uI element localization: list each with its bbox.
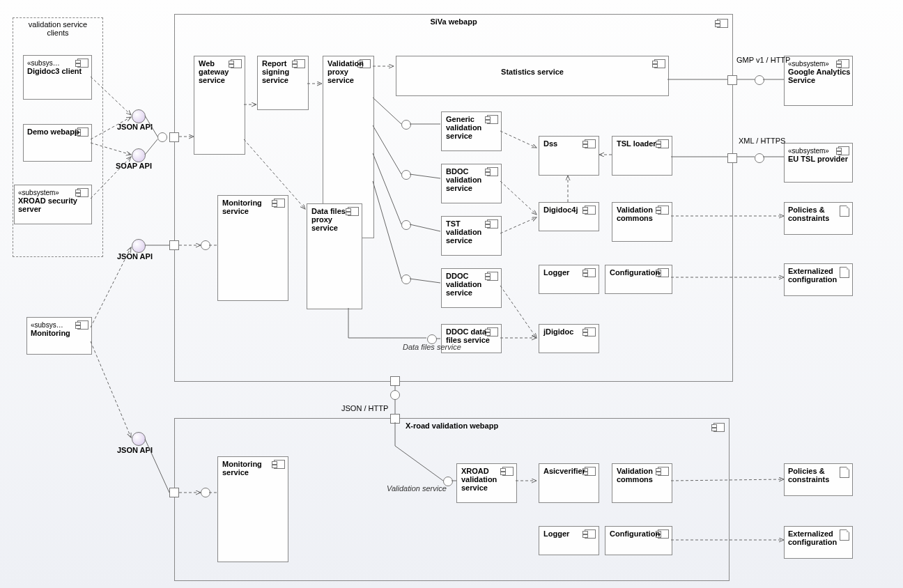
label: BDOC validation service bbox=[446, 167, 488, 192]
label: EU TSL provider bbox=[788, 155, 848, 163]
label: XROAD validation service bbox=[461, 467, 503, 492]
component-icon bbox=[487, 272, 498, 281]
label: Validation commons bbox=[617, 206, 658, 222]
ball-siva-mon bbox=[201, 240, 210, 250]
stereo: «subsystem» bbox=[18, 189, 59, 196]
eu-tsl-provider: «subsystem» EU TSL provider bbox=[784, 143, 853, 183]
component-icon bbox=[585, 327, 596, 336]
xroad-monitoring-service: Monitoring service bbox=[217, 456, 288, 562]
label: Demo webapp bbox=[27, 127, 79, 136]
note-icon bbox=[840, 467, 849, 478]
port-siva-mon bbox=[169, 240, 179, 250]
clients-container-title: validation service clients bbox=[20, 20, 95, 37]
xroad-validation-commons: Validation commons bbox=[612, 463, 672, 503]
json-api-ball-2 bbox=[132, 239, 146, 253]
statistics-service: Statistics service bbox=[396, 56, 669, 96]
label: Policies & constraints bbox=[788, 206, 837, 222]
tst-validation-service: TST validation service bbox=[441, 216, 502, 256]
label: Asicverifier bbox=[543, 467, 585, 475]
component-icon bbox=[502, 467, 514, 476]
stereo: «subsys… bbox=[31, 321, 63, 329]
digidoc4j: Digidoc4j bbox=[539, 202, 599, 231]
note-icon bbox=[840, 529, 849, 541]
soap-api-ball bbox=[132, 148, 146, 162]
xroad-security-server: «subsystem» XROAD security server bbox=[14, 185, 92, 224]
ball-eutsl bbox=[755, 153, 764, 163]
siva-title: SiVa webapp bbox=[175, 17, 732, 26]
siva-policies-constraints: Policies & constraints bbox=[784, 202, 853, 235]
web-gateway-service: Web gateway service bbox=[194, 56, 245, 155]
label: Generic validation service bbox=[446, 115, 488, 140]
port-xroad-mon bbox=[169, 488, 179, 497]
label: Statistics service bbox=[396, 68, 668, 76]
soap-api-label: SOAP API bbox=[116, 162, 152, 170]
json-api-ball-1 bbox=[132, 109, 146, 123]
xml-label: XML / HTTPS bbox=[739, 137, 785, 145]
json-api-label-1: JSON API bbox=[117, 123, 153, 131]
ball-siva-api bbox=[157, 132, 167, 142]
json-api-label-2: JSON API bbox=[117, 252, 153, 261]
port-xroad-north bbox=[390, 414, 400, 424]
generic-validation-service: Generic validation service bbox=[441, 111, 502, 151]
component-icon bbox=[658, 139, 669, 148]
label: Configuration bbox=[610, 529, 660, 538]
label: Google Analytics Service bbox=[788, 68, 850, 84]
label: Externalized configuration bbox=[788, 267, 841, 284]
digidoc3-client: «subsys… Digidoc3 client bbox=[23, 55, 92, 100]
label: Logger bbox=[543, 268, 569, 277]
component-icon bbox=[658, 467, 669, 476]
label: Logger bbox=[543, 529, 569, 538]
json-api-label-3: JSON API bbox=[117, 446, 153, 454]
jdigidoc: jDigidoc bbox=[539, 324, 599, 353]
ddoc-validation-service: DDOC validation service bbox=[441, 268, 502, 308]
ball-tst bbox=[401, 220, 411, 230]
demo-webapp: Demo webapp bbox=[23, 124, 92, 162]
port-siva-api bbox=[169, 132, 179, 142]
component-icon bbox=[77, 320, 88, 330]
port-stats-out bbox=[727, 75, 737, 85]
port-siva-south bbox=[390, 376, 400, 386]
xroad-externalized-configuration: Externalized configuration bbox=[784, 526, 853, 559]
component-icon bbox=[585, 206, 596, 215]
xroad-title: X-road validation webapp bbox=[175, 421, 729, 430]
siva-validation-commons: Validation commons bbox=[612, 202, 672, 242]
component-icon bbox=[585, 268, 596, 277]
label: Dss bbox=[543, 139, 557, 148]
label: XROAD security server bbox=[18, 196, 77, 213]
label: Monitoring service bbox=[222, 460, 271, 477]
label: Web gateway service bbox=[199, 59, 233, 84]
label: jDigidoc bbox=[543, 327, 573, 336]
component-icon bbox=[487, 219, 498, 229]
label: TST validation service bbox=[446, 219, 488, 245]
json-http-label: JSON / HTTP bbox=[341, 404, 388, 412]
xroad-configuration: Configuration bbox=[605, 526, 672, 555]
component-icon bbox=[274, 199, 285, 208]
ball-ga bbox=[755, 75, 764, 85]
gmp-label: GMP v1 / HTTP bbox=[736, 56, 790, 64]
component-icon bbox=[658, 206, 669, 215]
xroad-policies-constraints: Policies & constraints bbox=[784, 463, 853, 496]
label: Validation commons bbox=[617, 467, 658, 483]
json-api-ball-3 bbox=[132, 432, 146, 446]
tsl-loader: TSL loader bbox=[612, 136, 672, 176]
label: Monitoring bbox=[31, 329, 70, 337]
label: Monitoring service bbox=[222, 199, 271, 215]
dss: Dss bbox=[539, 136, 599, 176]
stereo: «subsys… bbox=[27, 59, 60, 67]
label: TSL loader bbox=[617, 139, 656, 148]
siva-monitoring-service: Monitoring service bbox=[217, 195, 288, 301]
xroad-validation-service: XROAD validation service bbox=[456, 463, 517, 503]
ball-ddoc bbox=[401, 274, 411, 284]
google-analytics-service: «subsystem» Google Analytics Service bbox=[784, 56, 853, 106]
label: Digidoc3 client bbox=[27, 67, 82, 75]
stereo: «subsystem» bbox=[788, 147, 829, 155]
note-icon bbox=[840, 206, 849, 217]
ball-xroad-val bbox=[443, 477, 453, 486]
data-files-proxy-service: Data files proxy service bbox=[307, 203, 362, 309]
component-icon bbox=[487, 167, 498, 176]
label: Digidoc4j bbox=[543, 206, 578, 214]
component-icon bbox=[585, 467, 596, 476]
ball-ddoc-files bbox=[427, 334, 437, 344]
siva-externalized-configuration: Externalized configuration bbox=[784, 263, 853, 296]
report-signing-service: Report signing service bbox=[257, 56, 309, 110]
